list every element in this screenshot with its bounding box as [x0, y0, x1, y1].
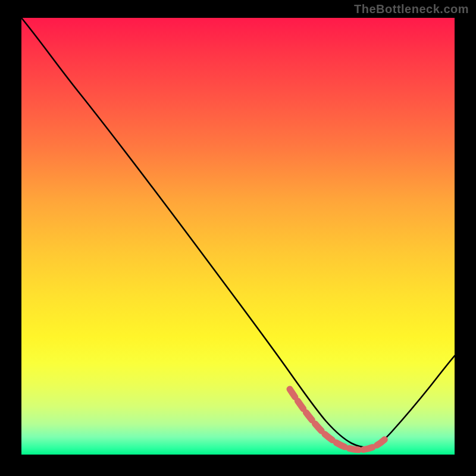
bottleneck-curve [21, 18, 455, 447]
curve-svg [21, 18, 455, 455]
chart-container: TheBottleneck.com [0, 0, 476, 476]
highlight-segment [290, 389, 387, 450]
watermark-label: TheBottleneck.com [354, 2, 469, 16]
plot-area [21, 18, 455, 455]
